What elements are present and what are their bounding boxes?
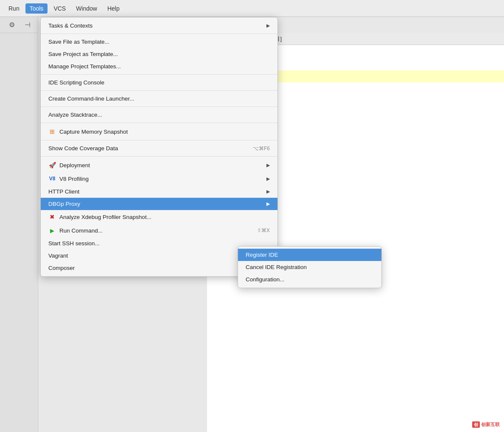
dbgp-proxy-label: DBGp Proxy (48, 201, 80, 207)
separator-6 (41, 140, 277, 140)
save-project-template-label: Save Project as Template... (48, 51, 118, 57)
run-command-icon: ▶ (48, 227, 56, 234)
save-file-template-label: Save File as Template... (48, 39, 109, 45)
show-code-coverage-label: Show Code Coverage Data (48, 145, 118, 151)
dbgp-proxy-arrow: ▶ (266, 201, 270, 207)
start-ssh-label: Start SSH session... (48, 240, 100, 247)
menu-item-save-project-template[interactable]: Save Project as Template... (41, 48, 277, 60)
composer-label: Composer (48, 265, 75, 271)
tools-dropdown-menu: Tasks & Contexts ▶ Save File as Template… (40, 17, 278, 277)
menubar-item-window[interactable]: Window (72, 3, 101, 14)
memory-snapshot-icon: ⊞ (48, 128, 56, 135)
configuration-label: Configuration... (246, 276, 285, 283)
layout-icon[interactable]: ⊣ (25, 21, 31, 29)
capture-memory-label: Capture Memory Snapshot (59, 129, 128, 135)
v8-arrow: ▶ (266, 176, 270, 182)
watermark: 创 创新互联 (472, 421, 500, 428)
run-command-shortcut: ⇧⌘X (257, 227, 270, 233)
analyze-xdebug-icon: ✖ (48, 213, 56, 221)
menu-item-show-code-coverage[interactable]: Show Code Coverage Data ⌥⌘F6 (41, 142, 277, 154)
menubar-item-vcs[interactable]: VCS (49, 3, 70, 14)
menu-item-run-command[interactable]: ▶ Run Command... ⇧⌘X (41, 224, 277, 237)
submenu-item-cancel-ide-reg[interactable]: Cancel IDE Registration (238, 261, 381, 273)
tasks-contexts-arrow: ▶ (266, 23, 270, 28)
separator-7 (41, 156, 277, 157)
menu-item-tasks-contexts[interactable]: Tasks & Contexts ▶ (41, 20, 277, 32)
run-command-label: Run Command... (59, 227, 103, 234)
menu-item-dbgp-proxy[interactable]: DBGp Proxy ▶ (41, 198, 277, 210)
menubar-item-run[interactable]: Run (4, 3, 24, 14)
menu-item-analyze-stacktrace[interactable]: Analyze Stacktrace... (41, 109, 277, 121)
menu-item-capture-memory[interactable]: ⊞ Capture Memory Snapshot (41, 125, 277, 138)
create-launcher-label: Create Command-line Launcher... (48, 95, 134, 102)
menubar: Run Tools VCS Window Help (0, 0, 504, 17)
analyze-xdebug-label: Analyze Xdebug Profiler Snapshot... (59, 214, 151, 220)
separator-2 (41, 74, 277, 75)
dbgp-proxy-submenu: Register IDE Cancel IDE Registration Con… (238, 246, 382, 288)
menubar-item-tools[interactable]: Tools (25, 3, 48, 14)
deployment-label: Deployment (59, 162, 90, 168)
menu-item-save-file-template[interactable]: Save File as Template... (41, 36, 277, 48)
v8-icon: V8 (48, 175, 56, 182)
analyze-stacktrace-label: Analyze Stacktrace... (48, 112, 102, 118)
register-ide-label: Register IDE (246, 252, 278, 258)
separator-1 (41, 34, 277, 34)
menu-item-manage-project-templates[interactable]: Manage Project Templates... (41, 60, 277, 73)
menu-item-ide-scripting[interactable]: IDE Scripting Console (41, 76, 277, 89)
separator-3 (41, 90, 277, 91)
submenu-item-register-ide[interactable]: Register IDE (238, 249, 381, 261)
tasks-contexts-label: Tasks & Contexts (48, 22, 92, 29)
menubar-item-help[interactable]: Help (103, 3, 124, 14)
menu-item-http-client[interactable]: HTTP Client ▶ (41, 185, 277, 198)
vagrant-label: Vagrant (48, 252, 68, 259)
deployment-arrow: ▶ (266, 163, 270, 168)
separator-4 (41, 107, 277, 107)
watermark-text: 创新互联 (481, 422, 500, 427)
ide-scripting-label: IDE Scripting Console (48, 79, 104, 86)
left-sidebar: ⚙ ⊣ (0, 17, 38, 432)
sidebar-toolbar: ⚙ ⊣ (0, 17, 38, 33)
watermark-badge: 创 (472, 421, 480, 428)
show-code-coverage-shortcut: ⌥⌘F6 (253, 146, 270, 151)
deployment-icon: 🚀 (48, 161, 56, 169)
menu-item-create-launcher[interactable]: Create Command-line Launcher... (41, 93, 277, 105)
menu-item-analyze-xdebug[interactable]: ✖ Analyze Xdebug Profiler Snapshot... (41, 210, 277, 224)
menu-item-v8-profiling[interactable]: V8 V8 Profiling ▶ (41, 172, 277, 185)
submenu-item-configuration[interactable]: Configuration... (238, 273, 381, 286)
separator-5 (41, 123, 277, 123)
menu-item-deployment[interactable]: 🚀 Deployment ▶ (41, 158, 277, 172)
http-client-label: HTTP Client (48, 188, 79, 195)
cancel-ide-reg-label: Cancel IDE Registration (246, 264, 307, 270)
v8-profiling-label: V8 Profiling (59, 176, 89, 182)
manage-project-templates-label: Manage Project Templates... (48, 63, 121, 70)
http-client-arrow: ▶ (266, 189, 270, 194)
gear-icon[interactable]: ⚙ (7, 20, 17, 30)
